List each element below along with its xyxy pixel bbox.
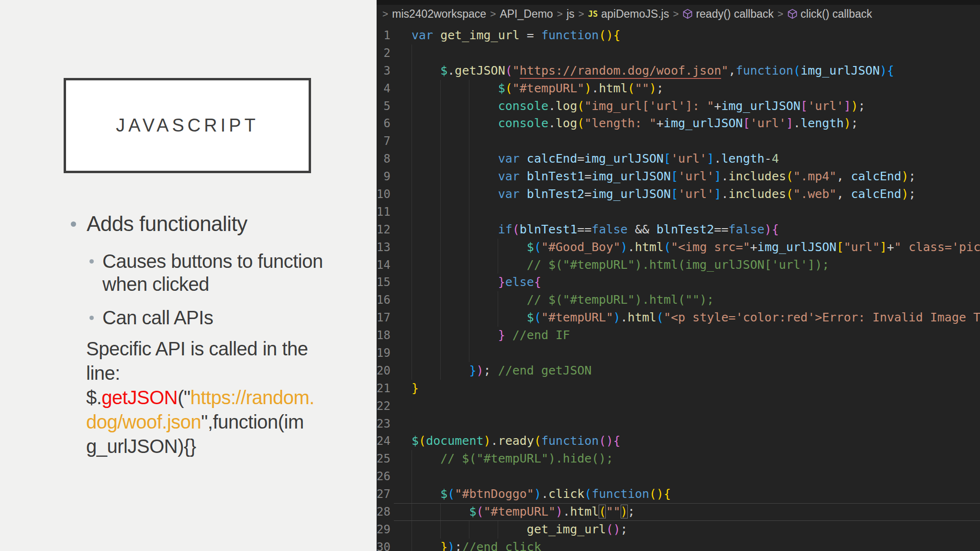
indent-guide (469, 80, 469, 98)
line-number: 9 (377, 168, 412, 186)
code-text: $(document).ready(function(){ (412, 432, 621, 450)
indent-guide (440, 309, 441, 327)
line-number: 5 (377, 98, 412, 115)
code-line[interactable]: 12 if(blnTest1==false && blnTest2==false… (377, 221, 980, 239)
code-text: var calcEnd=img_urlJSON['url'].length-4 (412, 150, 779, 168)
indent-guide (469, 203, 469, 221)
indent-guide (469, 168, 469, 186)
indent-guide (412, 256, 412, 274)
code-line[interactable]: 13 $("#Good_Boy").html("<img src="+img_u… (377, 239, 980, 256)
indent-guide (498, 239, 498, 256)
code-line[interactable]: 17 $("#tempURL").html("<p style='color:r… (377, 309, 980, 327)
breadcrumb-item[interactable]: mis2402workspace (392, 8, 486, 21)
js-file-icon: JS (588, 9, 598, 19)
breadcrumb-item[interactable]: apiDemoJS.js (601, 8, 669, 21)
code-line[interactable]: 29 get_img_url(); (377, 521, 980, 539)
code-line[interactable]: 25 // $("#tempURL").hide(); (377, 450, 980, 468)
code-text: var get_img_url = function(){ (412, 27, 621, 44)
code-line[interactable]: 9 var blnTest1=img_urlJSON['url'].includ… (377, 168, 980, 186)
indent-guide (440, 521, 441, 539)
indent-guide (469, 186, 469, 203)
code-text: console.log("img_url['url']: "+img_urlJS… (412, 98, 865, 115)
breadcrumb-item[interactable]: js (567, 8, 575, 21)
code-line[interactable]: 16 // $("#tempURL").html(""); (377, 291, 980, 309)
code-line[interactable]: 7 (377, 132, 980, 150)
method-symbol-icon (682, 9, 693, 19)
indent-guide (469, 327, 469, 344)
code-line[interactable]: 24$(document).ready(function(){ (377, 432, 980, 450)
code-line[interactable]: 30 });//end click (377, 539, 980, 551)
code-line[interactable]: 5 console.log("img_url['url']: "+img_url… (377, 98, 980, 115)
paragraph-line: dog/woof.json",function(im (86, 410, 360, 434)
code-line[interactable]: 15 }else{ (377, 274, 980, 291)
breadcrumb: >mis2402workspace>API_Demo>js>JSapiDemoJ… (377, 5, 980, 23)
slide-content: Adds functionality Causes buttons to fun… (63, 211, 360, 459)
code-line[interactable]: 26 (377, 468, 980, 485)
code-area[interactable]: 1var get_img_url = function(){23 $.getJS… (377, 23, 980, 551)
breadcrumb-item[interactable]: ready() callback (696, 8, 773, 21)
editor-top-strip (377, 0, 980, 5)
code-line[interactable]: 8 var calcEnd=img_urlJSON['url'].length-… (377, 150, 980, 168)
line-number: 14 (377, 256, 412, 274)
code-line[interactable]: 22 (377, 397, 980, 415)
breadcrumb-separator: > (579, 8, 584, 20)
indent-guide (469, 115, 469, 132)
code-line[interactable]: 27 $("#btnDoggo").click(function(){ (377, 485, 980, 503)
code-line-current[interactable]: 28 $("#tempURL").html(""); (377, 503, 980, 521)
code-line[interactable]: 11 (377, 203, 980, 221)
line-number: 20 (377, 362, 412, 380)
line-number: 29 (377, 521, 412, 539)
paragraph-line: Specific API is called in the (86, 337, 360, 361)
bullet-level2-text: Causes buttons to functionwhen clicked (102, 250, 323, 296)
indent-guide (412, 450, 412, 468)
line-number: 7 (377, 132, 412, 150)
indent-guide (498, 256, 498, 274)
line-number: 24 (377, 432, 412, 450)
indent-guide (440, 291, 441, 309)
indent-guide (440, 274, 441, 291)
line-number: 10 (377, 186, 412, 203)
indent-guide (412, 168, 412, 186)
code-line[interactable]: 19 (377, 344, 980, 362)
indent-guide (412, 291, 412, 309)
code-line[interactable]: 2 (377, 44, 980, 62)
indent-guide (412, 132, 412, 150)
indent-guide (440, 344, 441, 362)
paragraph-line: g_urlJSON){} (86, 434, 360, 459)
code-line[interactable]: 4 $("#tempURL").html(""); (377, 80, 980, 98)
indent-guide (440, 186, 441, 203)
code-line[interactable]: 3 $.getJSON("https://random.dog/woof.jso… (377, 62, 980, 80)
indent-guide (412, 203, 412, 221)
indent-guide (469, 256, 469, 274)
sub-bullet-list: Causes buttons to functionwhen clickedCa… (63, 250, 360, 329)
paragraph-line: $.getJSON("https://random. (86, 386, 360, 410)
indent-guide (412, 44, 412, 62)
code-line[interactable]: 23 (377, 415, 980, 433)
code-line[interactable]: 18 } //end IF (377, 327, 980, 344)
indent-guide (412, 221, 412, 239)
line-number: 4 (377, 80, 412, 98)
breadcrumb-item[interactable]: API_Demo (500, 8, 553, 21)
code-line[interactable]: 1var get_img_url = function(){ (377, 27, 980, 44)
code-line[interactable]: 10 var blnTest2=img_urlJSON['url'].inclu… (377, 186, 980, 203)
breadcrumb-item[interactable]: click() callback (801, 8, 872, 21)
indent-guide (412, 150, 412, 168)
code-line[interactable]: 21} (377, 380, 980, 397)
code-line[interactable]: 14 // $("#tempURL").html(img_urlJSON['ur… (377, 256, 980, 274)
indent-guide (412, 539, 412, 551)
code-line[interactable]: 20 }); //end getJSON (377, 362, 980, 380)
line-number: 13 (377, 239, 412, 256)
code-text: $("#btnDoggo").click(function(){ (412, 485, 671, 503)
indent-guide (440, 327, 441, 344)
line-number: 12 (377, 221, 412, 239)
indent-guide (412, 186, 412, 203)
bullet-level1-text: Adds functionality (87, 211, 247, 236)
indent-guide (412, 62, 412, 80)
code-line[interactable]: 6 console.log("length: "+img_urlJSON['ur… (377, 115, 980, 132)
bullet-dot (89, 316, 94, 320)
indent-guide (469, 274, 469, 291)
line-number: 11 (377, 203, 412, 221)
indent-guide (440, 150, 441, 168)
line-number: 17 (377, 309, 412, 327)
indent-guide (412, 468, 412, 485)
